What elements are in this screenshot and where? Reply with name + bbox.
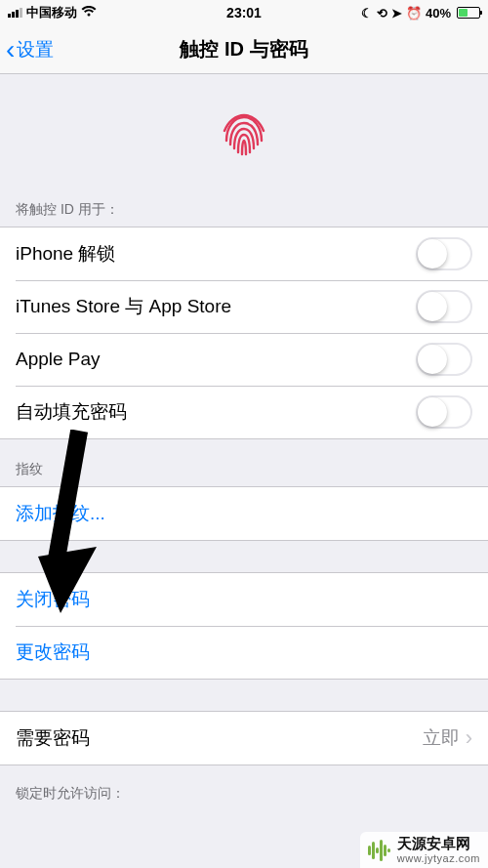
moon-icon: ☾ (361, 6, 373, 21)
row-label: Apple Pay (16, 349, 101, 370)
svg-rect-2 (368, 846, 371, 855)
alarm-icon: ⏰ (406, 6, 422, 21)
nav-bar: ‹ 设置 触控 ID 与密码 (0, 25, 488, 74)
watermark-url: www.jytyaz.com (397, 852, 480, 864)
row-label: iPhone 解锁 (16, 241, 115, 267)
switch-autofill[interactable] (416, 395, 472, 429)
svg-rect-6 (384, 845, 386, 856)
orientation-lock-icon: ⟲ (377, 6, 387, 21)
switch-apple-pay[interactable] (416, 343, 472, 376)
section-header-access-locked: 锁定时允许访问： (0, 765, 488, 810)
row-label: 需要密码 (16, 725, 90, 751)
chevron-left-icon: ‹ (6, 36, 15, 63)
row-label: 关闭密码 (16, 587, 90, 612)
status-right: ☾ ⟲ ➤ ⏰ 40% (361, 6, 480, 21)
row-iphone-unlock[interactable]: iPhone 解锁 (0, 227, 488, 280)
turn-off-passcode-button[interactable]: 关闭密码 (0, 573, 488, 626)
carrier-label: 中国移动 (26, 4, 77, 21)
section-header-fingerprints: 指纹 (0, 439, 488, 486)
status-left: 中国移动 (8, 4, 97, 21)
page-title: 触控 ID 与密码 (0, 36, 488, 62)
switch-itunes-appstore[interactable] (416, 290, 472, 323)
list-fingerprints: 添加指纹... (0, 486, 488, 541)
chevron-right-icon: › (466, 725, 472, 751)
svg-rect-3 (372, 842, 375, 859)
svg-rect-5 (380, 840, 383, 861)
row-label: 添加指纹... (16, 501, 105, 526)
list-use-for: iPhone 解锁 iTunes Store 与 App Store Apple… (0, 227, 488, 439)
signal-icon (8, 8, 22, 18)
svg-rect-7 (387, 848, 390, 852)
watermark-title: 天源安卓网 (397, 836, 480, 852)
battery-pct: 40% (426, 6, 451, 21)
watermark: 天源安卓网 www.jytyaz.com (360, 832, 488, 868)
list-require-passcode: 需要密码 立即 › (0, 711, 488, 765)
row-itunes-appstore[interactable]: iTunes Store 与 App Store (0, 280, 488, 333)
status-bar: 中国移动 23:01 ☾ ⟲ ➤ ⏰ 40% (0, 0, 488, 25)
row-autofill[interactable]: 自动填充密码 (0, 386, 488, 438)
row-label: iTunes Store 与 App Store (16, 294, 231, 319)
wifi-icon (81, 6, 97, 21)
battery-icon (455, 7, 480, 19)
location-icon: ➤ (391, 6, 402, 21)
change-passcode-button[interactable]: 更改密码 (0, 626, 488, 679)
add-fingerprint-button[interactable]: 添加指纹... (0, 487, 488, 540)
fingerprint-hero (0, 74, 488, 191)
row-apple-pay[interactable]: Apple Pay (0, 333, 488, 386)
watermark-logo-icon (366, 838, 391, 863)
row-value: 立即 (423, 725, 460, 751)
row-label: 自动填充密码 (16, 399, 127, 425)
fingerprint-icon (213, 102, 275, 168)
row-require-passcode[interactable]: 需要密码 立即 › (0, 712, 488, 765)
back-button[interactable]: ‹ 设置 (0, 36, 54, 63)
row-label: 更改密码 (16, 640, 90, 665)
switch-iphone-unlock[interactable] (416, 237, 472, 270)
svg-rect-4 (376, 847, 379, 853)
section-header-use-for: 将触控 ID 用于： (0, 191, 488, 227)
list-passcode-actions: 关闭密码 更改密码 (0, 572, 488, 680)
back-label: 设置 (17, 37, 54, 62)
